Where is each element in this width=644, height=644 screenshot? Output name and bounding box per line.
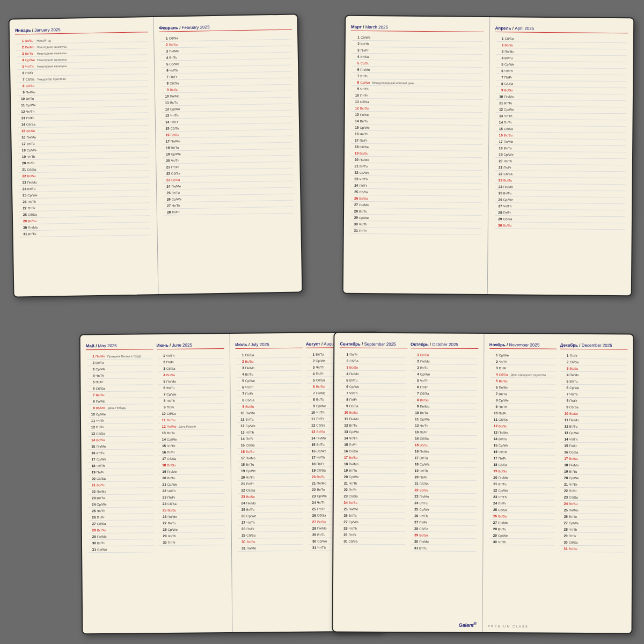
day-abbr: Вс/Su — [569, 502, 581, 505]
diary-top-left: Январь / January 2025 1Вс/SuНовый год2Пн… — [9, 13, 303, 297]
day-abbr: Пт/Fr — [167, 495, 179, 499]
day-number: 19 — [411, 469, 419, 472]
day-abbr: Сб/Sa — [167, 457, 179, 460]
day-number: 19 — [560, 470, 568, 473]
day-number: 14 — [162, 120, 169, 124]
table-row: 28Вс/Su — [89, 526, 154, 533]
day-abbr: Пн/Mo — [499, 431, 510, 434]
day-abbr: Вс/Su — [499, 425, 510, 428]
day-note — [515, 161, 625, 162]
table-row: 18Пн/Mo — [560, 462, 626, 469]
day-number: 7 — [496, 75, 503, 79]
day-number: 18 — [495, 146, 503, 150]
day-number: 14 — [411, 436, 419, 440]
table-row: 19Вт/Tu — [340, 467, 406, 474]
day-number: 27 — [89, 522, 96, 525]
day-number: 9 — [87, 406, 95, 409]
day-number: 23 — [351, 177, 358, 181]
day-number: 7 — [87, 393, 95, 397]
day-abbr: Сб/Sa — [503, 172, 515, 175]
day-number: 15 — [340, 443, 348, 447]
table-row: 23Вс/Su — [238, 493, 303, 500]
day-abbr: Пт/Fr — [420, 430, 431, 434]
day-abbr: Ср/We — [499, 399, 510, 402]
day-abbr: Вт/Tu — [504, 101, 516, 105]
day-number: 21 — [159, 482, 166, 486]
day-abbr: Пн/Fr — [349, 353, 361, 356]
month-header-sep: Сентябрь / September 2025 — [340, 342, 407, 349]
day-abbr: Пт/Fr — [171, 165, 183, 169]
day-abbr: Вт/Tu — [317, 533, 329, 536]
day-number: 22 — [163, 172, 170, 175]
day-number: 2 — [158, 360, 165, 364]
day-number: 10 — [341, 411, 348, 414]
day-number: 25 — [19, 193, 26, 197]
day-number: 28 — [411, 526, 418, 530]
day-number: 16 — [158, 450, 166, 454]
day-number: 20 — [237, 475, 245, 479]
day-abbr: Чт/Th — [498, 540, 510, 544]
day-abbr: Сб/Sa — [316, 423, 328, 427]
day-note — [258, 470, 303, 471]
day-abbr: Ср/We — [499, 444, 510, 447]
day-number: 30 — [89, 541, 96, 545]
day-note — [515, 180, 625, 181]
day-number: 4 — [491, 372, 498, 376]
table-row: 20Ср/We — [560, 475, 626, 482]
day-abbr: Ср/We — [419, 508, 431, 511]
table-row: 7Пт/Fr — [237, 390, 302, 397]
calendar-march: 1Сб/We2Вс/Th3Пн/Fr4Вт/Sa5Ср/Su6Пн/Mo7Вт/… — [349, 33, 484, 236]
day-abbr: Вс/Su — [27, 174, 39, 177]
day-number: 1 — [236, 353, 244, 357]
table-row: 21Чт/Th — [340, 480, 406, 487]
day-abbr: Чт/Th — [171, 159, 183, 162]
day-note — [516, 135, 626, 136]
day-number: 20 — [159, 476, 166, 480]
day-abbr: Пт/Fr — [166, 360, 178, 363]
day-abbr: Вс/Su — [245, 360, 257, 363]
day-number: 1 — [307, 353, 314, 356]
day-note — [371, 231, 481, 232]
day-abbr: Сб/Sa — [167, 412, 179, 415]
day-note — [108, 491, 153, 492]
diary-tr-right: Апрель / April 2025 1Сб/Sa2Вс/Su3Пн/Mo4В… — [487, 17, 633, 295]
day-note — [258, 502, 303, 503]
day-number: 3 — [341, 365, 348, 369]
day-abbr: Чт/Th — [420, 379, 432, 382]
day-abbr: Сб/Sa — [499, 373, 511, 376]
table-row: 26Вт/Tu — [560, 514, 626, 521]
day-number: 10 — [561, 412, 568, 415]
day-abbr: Чт/Th — [316, 365, 327, 369]
day-abbr: Ср/We — [246, 424, 258, 427]
table-row: 17Ср/We — [88, 456, 153, 463]
calendar-april: 1Сб/Sa2Вс/Su3Пн/Mo4Вт/Tu5Ср/We6Чт/Th7Пт/… — [493, 34, 628, 231]
day-note — [181, 36, 291, 38]
table-row: 27Чт/Th — [238, 519, 303, 526]
day-note — [109, 549, 154, 550]
day-note — [516, 142, 626, 143]
table-row: 27Ср/We — [340, 519, 406, 526]
day-note — [257, 374, 302, 374]
day-abbr: Чт/Th — [170, 114, 182, 117]
day-abbr: Пт/Fr — [419, 521, 431, 524]
table-row: 30Чт/Th — [489, 539, 555, 546]
day-note — [179, 465, 224, 465]
day-note — [181, 87, 291, 90]
table-row: 20Сб/Sa — [88, 475, 153, 482]
day-number: 26 — [489, 514, 497, 518]
day-abbr: Ср/We — [169, 62, 181, 65]
day-number: 11 — [158, 418, 166, 422]
day-note — [108, 485, 153, 485]
day-note — [258, 483, 303, 484]
day-abbr: Ср/We — [317, 539, 329, 543]
day-abbr: Пн/Mo — [569, 418, 581, 421]
day-number: 31 — [350, 229, 358, 232]
day-abbr: Чт/Th — [569, 392, 581, 396]
day-note — [183, 184, 293, 186]
day-number: 3 — [491, 366, 498, 370]
day-number: 15 — [308, 443, 316, 447]
table-row: 4Пн/Mo — [341, 371, 406, 378]
day-abbr: Чт/Th — [503, 159, 515, 163]
table-row: 16Вс/Su — [237, 448, 303, 455]
day-note — [516, 39, 626, 40]
